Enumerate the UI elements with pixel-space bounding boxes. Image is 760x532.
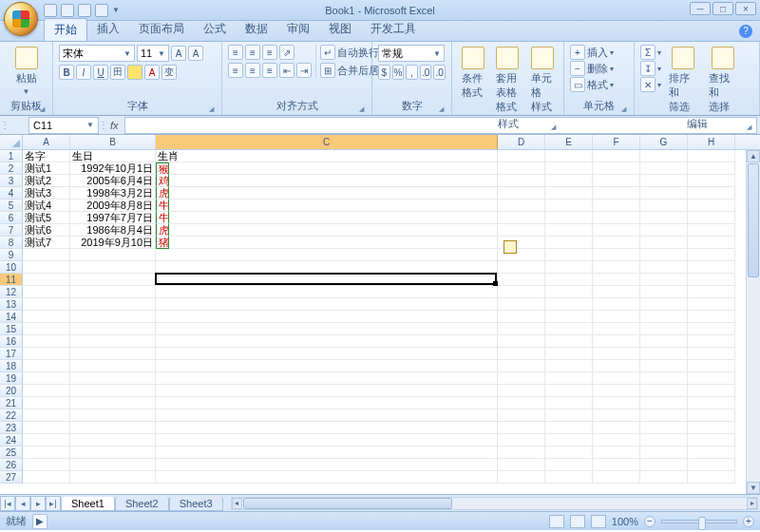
cell-G16[interactable] <box>640 335 688 348</box>
cell-G13[interactable] <box>640 298 688 311</box>
cell-F2[interactable] <box>593 162 640 175</box>
clear-button[interactable]: ✕▾ <box>640 77 661 92</box>
help-icon[interactable]: ? <box>739 25 752 38</box>
cell-F23[interactable] <box>593 422 640 434</box>
cell-A1[interactable]: 名字 <box>23 150 70 162</box>
vertical-scrollbar[interactable]: ▲ ▼ <box>746 150 760 494</box>
cell-F1[interactable] <box>593 150 640 162</box>
cell-B13[interactable] <box>70 298 156 311</box>
cell-G12[interactable] <box>640 286 688 298</box>
cell-F22[interactable] <box>593 409 640 422</box>
cell-G11[interactable] <box>640 274 688 286</box>
cell-F17[interactable] <box>593 348 640 360</box>
qat-redo-icon[interactable] <box>78 4 91 17</box>
phonetic-icon[interactable]: 变 <box>162 65 177 80</box>
cell-A3[interactable]: 测试2 <box>23 175 70 187</box>
row-header-26[interactable]: 26 <box>0 459 23 471</box>
cell-B10[interactable] <box>70 261 156 274</box>
cell-B24[interactable] <box>70 434 156 446</box>
tab-数据[interactable]: 数据 <box>236 18 277 41</box>
cell-E2[interactable] <box>545 162 593 175</box>
cell-C22[interactable] <box>156 409 498 422</box>
cell-A24[interactable] <box>23 434 70 446</box>
cell-H10[interactable] <box>688 261 735 274</box>
cell-E16[interactable] <box>545 335 593 348</box>
cell-E17[interactable] <box>545 348 593 360</box>
qat-dropdown-icon[interactable]: ▼ <box>112 6 120 14</box>
cell-E3[interactable] <box>545 175 593 187</box>
bold-icon[interactable]: B <box>59 65 74 80</box>
sheet-tab-Sheet1[interactable]: Sheet1 <box>61 497 115 511</box>
row-header-3[interactable]: 3 <box>0 175 23 187</box>
font-color-icon[interactable]: A <box>144 65 160 80</box>
cell-B26[interactable] <box>70 459 156 471</box>
align-top-icon[interactable]: ≡ <box>228 45 243 60</box>
cell-D11[interactable] <box>498 274 545 286</box>
row-header-16[interactable]: 16 <box>0 335 23 348</box>
cell-E20[interactable] <box>545 385 593 397</box>
insert-cells-button[interactable]: +插入▾ <box>570 45 628 60</box>
cell-D16[interactable] <box>498 335 545 348</box>
cell-F27[interactable] <box>593 471 640 484</box>
cell-B12[interactable] <box>70 286 156 298</box>
cell-B2[interactable]: 1992年10月1日 <box>70 162 156 175</box>
cell-D18[interactable] <box>498 360 545 372</box>
sheet-nav-next[interactable]: ▸ <box>30 496 46 511</box>
cell-H3[interactable] <box>688 175 735 187</box>
cell-F13[interactable] <box>593 298 640 311</box>
paste-button[interactable]: 粘贴 ▼ <box>6 45 47 98</box>
align-middle-icon[interactable]: ≡ <box>245 45 260 60</box>
close-button[interactable]: × <box>735 2 756 15</box>
cell-H19[interactable] <box>688 372 735 385</box>
tab-公式[interactable]: 公式 <box>194 18 236 41</box>
row-header-19[interactable]: 19 <box>0 372 23 385</box>
cell-C1[interactable]: 生肖 <box>156 150 498 162</box>
cell-D13[interactable] <box>498 298 545 311</box>
percent-icon[interactable]: % <box>392 65 405 80</box>
name-box[interactable]: C11▼ <box>28 117 99 134</box>
cell-E14[interactable] <box>545 311 593 323</box>
sheet-tab-Sheet3[interactable]: Sheet3 <box>169 497 223 511</box>
cell-A10[interactable] <box>23 261 70 274</box>
autosum-button[interactable]: Σ▾ <box>640 45 661 60</box>
cell-G10[interactable] <box>640 261 688 274</box>
select-all-corner[interactable] <box>0 135 23 149</box>
cell-D5[interactable] <box>498 200 545 212</box>
scroll-up-icon[interactable]: ▲ <box>747 150 760 162</box>
comma-icon[interactable]: , <box>406 65 418 80</box>
row-header-18[interactable]: 18 <box>0 360 23 372</box>
cell-H1[interactable] <box>688 150 735 162</box>
zoom-percent[interactable]: 100% <box>612 516 638 527</box>
row-header-25[interactable]: 25 <box>0 446 23 459</box>
cell-H2[interactable] <box>688 162 735 175</box>
tab-开始[interactable]: 开始 <box>44 18 87 41</box>
cell-D19[interactable] <box>498 372 545 385</box>
row-header-4[interactable]: 4 <box>0 187 23 200</box>
format-cells-button[interactable]: ▭格式▾ <box>570 77 628 92</box>
cell-H22[interactable] <box>688 409 735 422</box>
cell-F26[interactable] <box>593 459 640 471</box>
cell-G9[interactable] <box>640 249 688 261</box>
format-table-button[interactable]: 套用 表格格式 <box>492 45 522 116</box>
cell-F7[interactable] <box>593 224 640 237</box>
row-header-17[interactable]: 17 <box>0 348 23 360</box>
cell-E1[interactable] <box>545 150 593 162</box>
cell-F6[interactable] <box>593 212 640 224</box>
cell-G19[interactable] <box>640 372 688 385</box>
delete-cells-button[interactable]: −删除▾ <box>570 61 628 76</box>
tab-页面布局[interactable]: 页面布局 <box>129 18 194 41</box>
col-header-C[interactable]: C <box>156 135 498 149</box>
sheet-nav-prev[interactable]: ◂ <box>15 496 30 511</box>
cell-E7[interactable] <box>545 224 593 237</box>
cell-H11[interactable] <box>688 274 735 286</box>
cell-G27[interactable] <box>640 471 688 484</box>
conditional-format-button[interactable]: 条件格式 <box>458 45 488 116</box>
cell-C25[interactable] <box>156 446 498 459</box>
cell-E9[interactable] <box>545 249 593 261</box>
cell-B11[interactable] <box>70 274 156 286</box>
decrease-font-icon[interactable]: A <box>188 46 203 61</box>
orientation-icon[interactable]: ⇗ <box>279 45 294 60</box>
fx-icon[interactable]: fx <box>110 120 119 131</box>
cell-C27[interactable] <box>156 471 498 484</box>
cell-D7[interactable] <box>498 224 545 237</box>
